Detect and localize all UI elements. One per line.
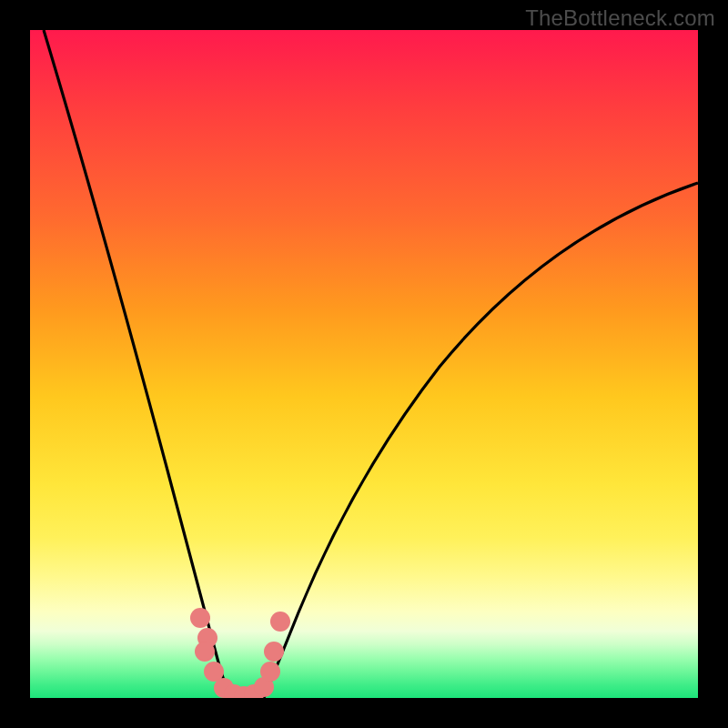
chart-frame: TheBottleneck.com bbox=[0, 0, 728, 728]
marker-dot bbox=[264, 642, 284, 662]
marker-dot bbox=[270, 612, 290, 632]
watermark-text: TheBottleneck.com bbox=[525, 5, 715, 31]
plot-area bbox=[30, 30, 698, 698]
bottom-markers-group bbox=[190, 608, 290, 698]
left-curve bbox=[44, 30, 230, 698]
marker-dot bbox=[195, 642, 215, 662]
right-curve bbox=[264, 183, 698, 698]
marker-dot bbox=[190, 608, 210, 628]
marker-dot bbox=[260, 662, 280, 682]
curve-layer bbox=[30, 30, 698, 698]
